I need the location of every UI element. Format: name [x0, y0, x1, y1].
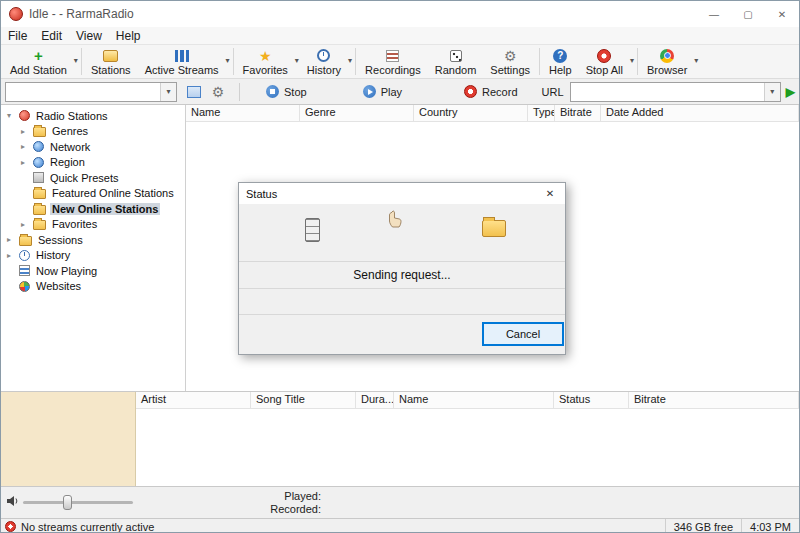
sidebar-item-region[interactable]: ▸ Region: [1, 155, 185, 171]
dialog-close-button[interactable]: ✕: [535, 183, 565, 204]
volume-slider[interactable]: [23, 501, 133, 504]
favorites-button[interactable]: ★ Favorites ▾: [236, 45, 300, 78]
sidebar-item-radio-stations[interactable]: ▾ Radio Stations: [1, 108, 185, 124]
sidebar-item-new-online-stations[interactable]: New Online Stations: [1, 201, 185, 217]
browser-button[interactable]: Browser ▾: [640, 45, 699, 78]
stream-status-icon: [5, 521, 16, 532]
sidebar-item-label: Featured Online Stations: [50, 187, 176, 199]
sidebar-item-genres[interactable]: ▸ Genres: [1, 124, 185, 140]
dice-icon: [450, 50, 462, 62]
sidebar-item-network[interactable]: ▸ Network: [1, 139, 185, 155]
volume-slider-thumb[interactable]: [63, 495, 72, 510]
chevron-down-icon[interactable]: ▾: [694, 56, 698, 65]
folder-icon: [19, 236, 32, 246]
played-label: Played:: [231, 490, 321, 503]
sidebar-item-quick-presets[interactable]: Quick Presets: [1, 170, 185, 186]
playing-table-header: Artist Song Title Dura... Name Status Bi…: [136, 392, 799, 409]
column-header-name[interactable]: Name: [394, 392, 554, 408]
close-button[interactable]: ✕: [765, 1, 799, 27]
column-header-date-added[interactable]: Date Added: [601, 105, 799, 121]
stations-button[interactable]: Stations: [84, 45, 138, 78]
chevron-collapsed-icon[interactable]: ▸: [21, 127, 33, 136]
chevron-down-icon[interactable]: ▾: [348, 56, 352, 65]
dialog-title-bar[interactable]: Status ✕: [239, 183, 565, 204]
stations-icon: [103, 50, 118, 62]
column-header-bitrate[interactable]: Bitrate: [629, 392, 799, 408]
sidebar-item-history[interactable]: ▸ History: [1, 248, 185, 264]
url-combobox[interactable]: ▾: [570, 82, 781, 102]
chevron-down-icon[interactable]: ▾: [295, 56, 299, 65]
stop-all-button[interactable]: Stop All ▾: [579, 45, 635, 78]
play-button[interactable]: Play: [353, 82, 412, 102]
chevron-collapsed-icon[interactable]: ▸: [7, 235, 19, 244]
menu-help[interactable]: Help: [109, 27, 148, 45]
active-streams-label: Active Streams: [145, 64, 219, 76]
help-button[interactable]: ? Help: [542, 45, 579, 78]
window-title: Idle - - RarmaRadio: [29, 7, 697, 21]
column-header-duration[interactable]: Dura...: [356, 392, 394, 408]
chevron-collapsed-icon[interactable]: ▸: [21, 158, 33, 167]
stop-button[interactable]: Stop: [256, 82, 317, 102]
disk-free-indicator: 346 GB free: [665, 519, 741, 533]
sidebar-item-websites[interactable]: Websites: [1, 279, 185, 295]
random-button[interactable]: Random: [428, 45, 484, 78]
sidebar-item-label: Quick Presets: [48, 172, 120, 184]
record-button[interactable]: Record: [454, 82, 527, 102]
chevron-down-icon[interactable]: ▾: [630, 56, 634, 65]
chevron-expanded-icon[interactable]: ▾: [7, 111, 19, 120]
column-header-type[interactable]: Type: [528, 105, 555, 121]
station-filter-combobox[interactable]: ▾: [5, 82, 177, 102]
menu-edit[interactable]: Edit: [34, 27, 69, 45]
recordings-icon: [386, 50, 399, 62]
play-icon: [363, 85, 376, 98]
toolbar-separator: [355, 48, 356, 75]
toolbar-separator: [233, 48, 234, 75]
menu-file[interactable]: File: [1, 27, 34, 45]
chevron-collapsed-icon[interactable]: ▸: [21, 220, 33, 229]
menu-view[interactable]: View: [69, 27, 109, 45]
recordings-button[interactable]: Recordings: [358, 45, 428, 78]
maximize-button[interactable]: ▢: [731, 1, 765, 27]
chevron-down-icon[interactable]: ▾: [74, 56, 78, 65]
player-bar: Played: Recorded:: [1, 486, 799, 518]
dialog-icons-row: [239, 204, 565, 262]
sidebar-item-featured-online-stations[interactable]: Featured Online Stations: [1, 186, 185, 202]
help-icon: ?: [553, 49, 567, 63]
view-columns-button[interactable]: [183, 82, 205, 102]
chevron-collapsed-icon[interactable]: ▸: [7, 251, 19, 260]
sidebar-item-now-playing[interactable]: Now Playing: [1, 263, 185, 279]
cancel-button[interactable]: Cancel: [483, 323, 563, 345]
chevron-down-icon[interactable]: ▾: [160, 83, 176, 101]
stop-all-label: Stop All: [586, 64, 623, 76]
sidebar-item-label: Now Playing: [34, 265, 99, 277]
column-header-song-title[interactable]: Song Title: [251, 392, 356, 408]
chevron-collapsed-icon[interactable]: ▸: [21, 142, 33, 151]
browser-label: Browser: [647, 64, 687, 76]
add-station-button[interactable]: + Add Station ▾: [3, 45, 79, 78]
history-button[interactable]: History ▾: [300, 45, 353, 78]
counters-block: Played: Recorded:: [231, 490, 321, 516]
chevron-down-icon[interactable]: ▾: [226, 56, 230, 65]
column-header-genre[interactable]: Genre: [300, 105, 414, 121]
go-arrow-icon[interactable]: ▶: [786, 85, 795, 99]
menu-bar: File Edit View Help: [1, 27, 799, 45]
chevron-down-icon[interactable]: ▾: [764, 83, 780, 101]
column-header-bitrate[interactable]: Bitrate: [555, 105, 601, 121]
column-header-artist[interactable]: Artist: [136, 392, 251, 408]
list-settings-button[interactable]: ⚙: [207, 82, 229, 102]
clock-time: 4:03 PM: [741, 519, 799, 533]
sidebar-item-favorites[interactable]: ▸ Favorites: [1, 217, 185, 233]
app-icon: [9, 7, 23, 21]
presets-icon: [33, 172, 44, 183]
folder-icon: [33, 205, 46, 215]
column-header-country[interactable]: Country: [414, 105, 528, 121]
dialog-empty-row: [239, 289, 565, 315]
column-header-status[interactable]: Status: [554, 392, 629, 408]
column-header-name[interactable]: Name: [186, 105, 300, 121]
minimize-button[interactable]: —: [697, 1, 731, 27]
sidebar-item-sessions[interactable]: ▸ Sessions: [1, 232, 185, 248]
stations-label: Stations: [91, 64, 131, 76]
settings-button[interactable]: ⚙ Settings: [483, 45, 537, 78]
active-streams-button[interactable]: Active Streams ▾: [138, 45, 231, 78]
stop-all-icon: [597, 49, 611, 63]
